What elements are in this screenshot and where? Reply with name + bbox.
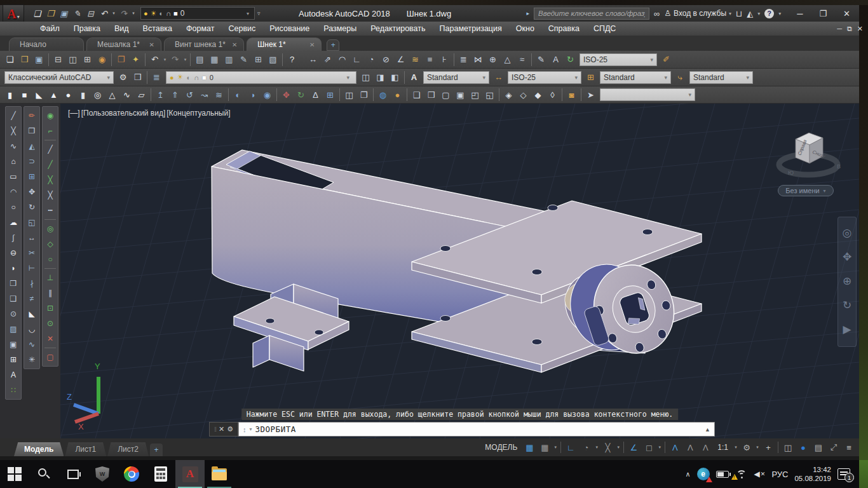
antivirus-icon[interactable]: e (697, 468, 710, 480)
menu-item[interactable]: Сервис (221, 22, 262, 36)
snap-extension-icon[interactable]: ┅ (43, 203, 57, 218)
snap-midpoint-icon[interactable]: ╱ (43, 157, 57, 172)
save-as-icon[interactable]: ✎ (71, 7, 84, 20)
loft-icon[interactable]: ≋ (212, 88, 226, 102)
menu-item[interactable]: Размеры (316, 22, 363, 36)
publish-icon[interactable]: ⊞ (80, 52, 95, 67)
3ddwf-icon[interactable]: ◉ (95, 52, 109, 67)
open-icon[interactable]: ❒ (44, 7, 57, 20)
save-icon[interactable]: ▣ (57, 7, 71, 20)
3darray-icon[interactable]: ⊞ (323, 88, 337, 102)
dim-edit-icon[interactable]: ✎ (534, 52, 548, 67)
wedge-icon[interactable]: ◣ (32, 88, 46, 102)
table-style-icon[interactable]: ⊞ (583, 70, 598, 85)
menu-item[interactable]: СПДС (587, 22, 623, 36)
dim-style-combo2[interactable]: ISO-25▾ (508, 71, 581, 84)
doc-close-button[interactable]: ✕ (857, 25, 863, 33)
doc-restore-button[interactable]: ⧉ (847, 25, 852, 33)
polygon-icon[interactable]: ⌂ (6, 154, 20, 169)
sweep-icon[interactable]: ↝ (197, 88, 212, 102)
calculator-button[interactable] (146, 460, 175, 488)
vstyle-d1-icon[interactable]: ◈ (501, 88, 516, 102)
close-icon[interactable]: ✕ (309, 41, 315, 48)
dim-update-icon[interactable]: ↻ (563, 52, 578, 67)
dim-continue-icon[interactable]: ⊦ (437, 52, 452, 67)
dim-angular-icon[interactable]: ∠ (393, 52, 408, 67)
plot-preview-icon[interactable]: ◫ (65, 52, 80, 67)
clock[interactable]: 13:42 05.08.2019 (794, 465, 831, 484)
start-button[interactable] (0, 460, 29, 488)
polar-icon[interactable]: ◔ (578, 440, 593, 454)
otrack-icon[interactable]: ∠ (626, 440, 641, 454)
region-icon[interactable]: ▣ (6, 337, 20, 352)
arc-icon[interactable]: ◠ (6, 184, 20, 200)
workspace-gear-icon[interactable]: ⚙ (739, 440, 754, 454)
autocad-menu-button[interactable]: A ▾ (3, 4, 24, 24)
viewport-controls[interactable]: [—] (68, 109, 80, 118)
tab-nachalo[interactable]: Начало (9, 37, 84, 51)
dim-center-mark-icon[interactable]: ⊕ (485, 52, 500, 67)
fillet-icon[interactable]: ◡ (25, 322, 39, 337)
plot-icon[interactable]: ⊟ (84, 7, 97, 20)
snap-mode-icon[interactable]: ▦ (537, 440, 552, 454)
undo-icon[interactable]: ↶ (97, 7, 111, 20)
sphere-icon[interactable]: ● (61, 88, 76, 102)
new-layout-button[interactable]: + (150, 444, 163, 456)
vstyle-d4-icon[interactable]: ◊ (545, 88, 560, 102)
tab-shnek[interactable]: Шнек 1* ✕ (247, 37, 322, 51)
pol-solid-icon[interactable]: ▮ (3, 88, 17, 102)
copy-clip-icon[interactable]: ❐ (114, 52, 128, 67)
notification-center-icon[interactable]: 1 (837, 468, 850, 480)
vs-2dwire-icon[interactable]: ❑ (409, 88, 424, 102)
a360-icon[interactable]: ◭ (747, 9, 753, 18)
polar-caret-icon[interactable]: ▾ (593, 440, 600, 454)
render-icon[interactable]: ● (390, 88, 405, 102)
named-views-combo[interactable]: ▾ (600, 88, 695, 101)
layer-properties-icon[interactable]: ≣ (149, 70, 164, 85)
model-viewport[interactable]: [—] [Пользовательский вид] [Концептуальн… (60, 104, 859, 438)
annotation-visibility-icon[interactable]: Λ (667, 440, 682, 454)
vs-realistic-icon[interactable]: ▣ (453, 88, 468, 102)
workspace-combo[interactable]: Классический AutoCAD▾ (4, 71, 114, 84)
isodraft-icon[interactable]: ╳ (600, 440, 615, 454)
named-views-arrow-icon[interactable]: ➤ (583, 88, 598, 102)
3drotate-icon[interactable]: ↻ (294, 88, 308, 102)
customize-icon[interactable]: ⚙ (227, 425, 233, 433)
layer-iso-icon[interactable]: ◧ (388, 70, 402, 85)
vs-hidden-icon[interactable]: ▢ (438, 88, 453, 102)
layer-combo[interactable]: ● ☀ ◐ ∩ ■ 0 ▾ (166, 71, 356, 84)
snap-nearest-icon[interactable]: ✕ (43, 331, 57, 346)
ellipse-arc-icon[interactable]: ◗ (6, 261, 20, 276)
extrude-icon[interactable]: ⇑ (168, 88, 182, 102)
cone-icon[interactable]: ▲ (46, 88, 61, 102)
osnap-caret-icon[interactable]: ▾ (656, 440, 663, 454)
search-icon[interactable]: ∞ (654, 9, 660, 18)
new-icon[interactable]: ❏ (3, 52, 17, 67)
tool-palettes-icon[interactable]: ▤ (193, 52, 207, 67)
track-point-icon[interactable]: ◉ (43, 108, 57, 123)
dim-style-combo[interactable]: ISO-25▾ (580, 53, 657, 66)
compass-east[interactable]: В (837, 163, 841, 170)
compass-south[interactable]: Ю (788, 170, 794, 176)
volume-muted-icon[interactable]: ◀✕ (754, 470, 766, 478)
redo-icon[interactable]: ↷ (117, 7, 130, 20)
make-block-icon[interactable]: ❑ (6, 291, 20, 306)
tray-expand-icon[interactable]: ∧ (686, 470, 691, 478)
dim-space-icon[interactable]: ≣ (456, 52, 471, 67)
spline-icon[interactable]: ∫ (6, 230, 20, 245)
autoscale-icon[interactable]: Λ (682, 440, 698, 454)
language-indicator[interactable]: РУС (771, 470, 788, 479)
dim-style-icon[interactable]: ↔ (491, 70, 506, 85)
blend-curves-icon[interactable]: ∿ (25, 337, 39, 352)
battery-icon[interactable] (716, 471, 729, 478)
3dmove-icon[interactable]: ✥ (279, 88, 294, 102)
snap-none-icon[interactable]: ▢ (43, 349, 57, 365)
snap-endpoint-icon[interactable]: ╱ (43, 142, 57, 157)
line-icon[interactable]: ╱ (6, 108, 20, 123)
isodraft-caret-icon[interactable]: ▾ (615, 440, 621, 454)
dim-baseline-icon[interactable]: ≡ (423, 52, 437, 67)
revolve-icon[interactable]: ↺ (182, 88, 197, 102)
circle-icon[interactable]: ○ (6, 200, 20, 215)
sheet-set-icon[interactable]: ▦ (207, 52, 222, 67)
stretch-icon[interactable]: ↔ (25, 230, 39, 245)
